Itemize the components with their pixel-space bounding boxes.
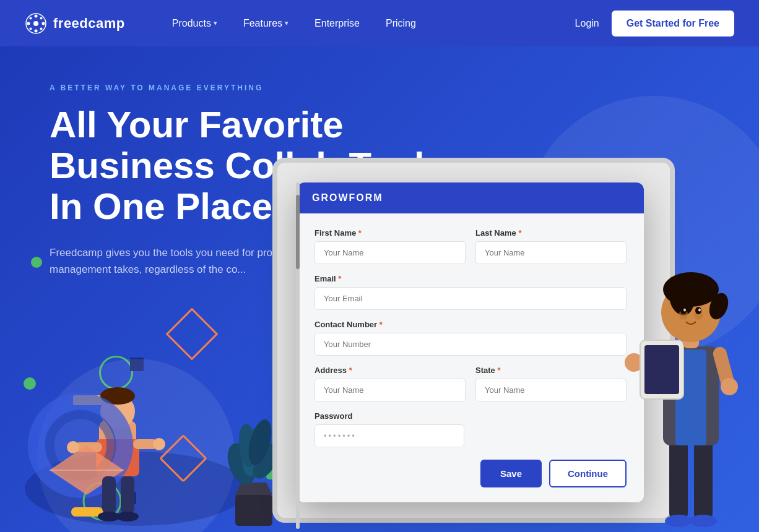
svg-rect-30 [121, 476, 134, 513]
svg-point-19 [153, 438, 165, 450]
get-started-button[interactable]: Get Started for Free [612, 11, 734, 36]
form-header: GROWFORM [297, 182, 644, 213]
svg-rect-42 [694, 433, 713, 520]
form-body: First Name * Last Name * E [297, 213, 644, 502]
nav-products[interactable]: Products ▾ [162, 13, 227, 34]
last-name-label: Last Name * [475, 228, 627, 238]
first-name-label: First Name * [314, 228, 466, 238]
svg-point-63 [683, 309, 686, 312]
svg-rect-34 [235, 495, 272, 526]
contact-label: Contact Number * [314, 320, 627, 329]
svg-point-1 [33, 21, 38, 26]
contact-input[interactable] [314, 333, 627, 356]
left-illustration [0, 260, 297, 532]
scroll-indicator[interactable] [296, 182, 300, 529]
save-button[interactable]: Save [480, 460, 542, 487]
svg-point-33 [24, 377, 36, 390]
nav-enterprise[interactable]: Enterprise [305, 13, 370, 34]
svg-point-64 [698, 309, 701, 312]
logo[interactable]: freedcamp [25, 12, 125, 35]
svg-point-32 [116, 512, 139, 521]
svg-rect-29 [102, 476, 116, 513]
form-row-address: Address * State * [314, 366, 627, 401]
state-label: State * [475, 366, 627, 375]
navbar: freedcamp Products ▾ Features ▾ Enterpri… [0, 0, 759, 46]
nav-links: Products ▾ Features ▾ Enterprise Pricing [162, 13, 426, 34]
logo-text: freedcamp [53, 15, 125, 32]
form-row-name: First Name * Last Name * [314, 228, 627, 264]
svg-rect-53 [644, 345, 679, 394]
form-row-contact: Contact Number * [314, 320, 627, 356]
svg-rect-41 [669, 433, 688, 520]
svg-point-8 [30, 27, 32, 30]
first-name-input[interactable] [314, 241, 466, 264]
form-group-address: Address * [314, 366, 466, 401]
address-label: Address * [314, 366, 466, 375]
form-actions: Save Continue [314, 460, 627, 487]
right-character-illustration [623, 173, 759, 532]
password-label: Password [314, 411, 464, 421]
last-name-input[interactable] [475, 241, 627, 264]
password-input[interactable] [314, 424, 464, 447]
svg-point-3 [35, 29, 38, 32]
svg-point-51 [721, 378, 738, 395]
email-input[interactable] [314, 287, 627, 310]
form-group-state: State * [475, 366, 627, 401]
form-row-password: Password [314, 411, 627, 447]
svg-point-43 [665, 515, 692, 527]
form-group-firstname: First Name * [314, 228, 466, 264]
svg-point-2 [35, 14, 38, 17]
chevron-down-icon: ▾ [285, 19, 288, 27]
email-label: Email * [314, 274, 627, 283]
form-group-password: Password [314, 411, 464, 447]
svg-point-44 [690, 515, 717, 527]
continue-button[interactable]: Continue [549, 460, 627, 487]
svg-marker-35 [235, 483, 272, 495]
nav-features[interactable]: Features ▾ [233, 13, 298, 34]
hero-tag: A BETTER WAY TO MANAGE EVERYTHING [50, 84, 722, 92]
svg-point-7 [40, 17, 43, 19]
svg-point-9 [40, 27, 43, 30]
svg-point-6 [30, 17, 32, 19]
state-input[interactable] [475, 379, 627, 401]
logo-icon [25, 12, 47, 35]
nav-pricing[interactable]: Pricing [376, 13, 426, 34]
address-input[interactable] [314, 379, 466, 401]
hero-section: A BETTER WAY TO MANAGE EVERYTHING All Yo… [0, 46, 759, 532]
form-group-contact: Contact Number * [314, 320, 627, 356]
form-group-lastname: Last Name * [475, 228, 627, 264]
form-row-email: Email * [314, 274, 627, 310]
chevron-down-icon: ▾ [214, 19, 217, 27]
svg-point-4 [27, 22, 30, 25]
svg-point-5 [42, 22, 45, 25]
scroll-thumb [296, 195, 300, 269]
login-button[interactable]: Login [563, 13, 612, 34]
form-card: GROWFORM First Name * Last Name * [297, 182, 644, 502]
form-title: GROWFORM [312, 192, 383, 203]
form-group-email: Email * [314, 274, 627, 310]
